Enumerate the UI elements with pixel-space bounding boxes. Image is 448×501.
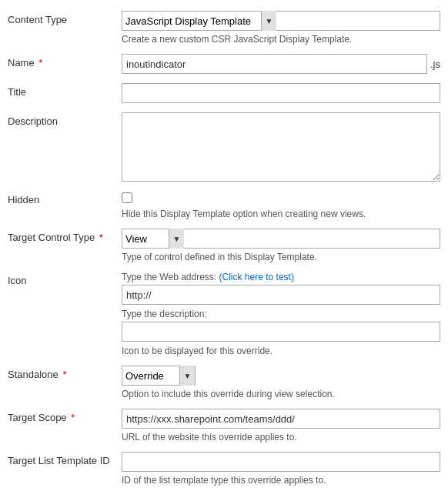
standalone-select[interactable]: Override Standalone Both: [122, 366, 179, 385]
standalone-select-wrapper[interactable]: Override Standalone Both ▼: [122, 366, 196, 386]
standalone-required: *: [62, 369, 66, 380]
target-list-template-id-row: Target List Template ID ID of the list t…: [8, 447, 440, 490]
icon-label: Icon: [8, 272, 122, 286]
description-row: Description: [8, 108, 440, 186]
content-type-dropdown-icon: ▼: [261, 11, 276, 31]
title-input[interactable]: [122, 83, 440, 103]
content-type-label: Content Type: [8, 11, 122, 25]
target-scope-label: Target Scope *: [8, 409, 122, 423]
hidden-field: Hide this Display Template option when c…: [122, 191, 440, 219]
target-control-type-label: Target Control Type *: [8, 229, 122, 243]
standalone-label: Standalone *: [8, 366, 122, 380]
title-label: Title: [8, 83, 122, 98]
hidden-label: Hidden: [8, 191, 122, 205]
icon-row: Icon Type the Web address: (Click here t…: [8, 267, 440, 361]
standalone-dropdown-icon: ▼: [179, 366, 195, 386]
target-control-type-hint: Type of control defined in this Display …: [122, 252, 440, 262]
description-label: Description: [8, 112, 122, 127]
content-type-row: Content Type JavaScript Display Template…: [8, 6, 440, 49]
content-type-field: JavaScript Display Template Other ▼ Crea…: [122, 11, 440, 45]
description-textarea[interactable]: [122, 112, 440, 182]
target-list-template-id-label: Target List Template ID: [8, 452, 122, 466]
standalone-field: Override Standalone Both ▼ Option to inc…: [122, 366, 440, 399]
name-required: *: [38, 57, 42, 68]
name-input-row: .js: [122, 54, 440, 74]
name-field: .js: [122, 54, 440, 74]
content-type-select-wrapper[interactable]: JavaScript Display Template Other ▼: [122, 11, 440, 31]
content-type-hint: Create a new custom CSR JavaScript Displ…: [122, 34, 440, 45]
description-field: [122, 112, 440, 182]
title-row: Title: [8, 78, 440, 108]
target-scope-hint: URL of the website this override applies…: [122, 432, 440, 443]
target-control-type-select-wrapper[interactable]: View Item Header Group Footer ▼: [122, 229, 440, 249]
hidden-hint: Hide this Display Template option when c…: [122, 209, 440, 219]
name-row: Name * .js: [8, 49, 440, 78]
name-suffix: .js: [430, 58, 440, 70]
target-list-template-id-hint: ID of the list template type this overri…: [122, 475, 440, 486]
target-scope-input[interactable]: [122, 409, 440, 429]
target-control-type-dropdown-icon: ▼: [169, 229, 184, 249]
target-list-template-id-input[interactable]: [122, 452, 440, 472]
standalone-hint: Option to include this override during v…: [122, 389, 440, 399]
hidden-checkbox-wrapper: [122, 191, 440, 205]
name-input[interactable]: [122, 54, 427, 74]
target-scope-row: Target Scope * URL of the website this o…: [8, 404, 440, 447]
icon-click-here-link[interactable]: (Click here to test): [219, 272, 294, 282]
hidden-row: Hidden Hide this Display Template option…: [8, 186, 440, 224]
target-scope-field: URL of the website this override applies…: [122, 409, 440, 443]
icon-link-row: Type the Web address: (Click here to tes…: [122, 272, 440, 282]
title-field: [122, 83, 440, 103]
target-control-type-field: View Item Header Group Footer ▼ Type of …: [122, 229, 440, 262]
icon-desc-input[interactable]: [122, 322, 440, 342]
name-label: Name *: [8, 54, 122, 68]
icon-desc-label: Type the description:: [122, 309, 440, 319]
icon-url-input[interactable]: [122, 285, 440, 305]
content-type-select[interactable]: JavaScript Display Template Other: [122, 12, 261, 30]
target-list-template-id-field: ID of the list template type this overri…: [122, 452, 440, 486]
standalone-select-row: Override Standalone Both ▼: [122, 366, 440, 386]
target-control-type-row: Target Control Type * View Item Header G…: [8, 224, 440, 267]
target-scope-required: *: [71, 412, 75, 423]
target-control-type-required: *: [99, 232, 103, 243]
icon-field: Type the Web address: (Click here to tes…: [122, 272, 440, 356]
standalone-row: Standalone * Override Standalone Both ▼ …: [8, 361, 440, 404]
target-control-type-select[interactable]: View Item Header Group Footer: [122, 229, 169, 248]
icon-hint: Icon to be displayed for this override.: [122, 346, 440, 356]
hidden-checkbox[interactable]: [122, 192, 132, 203]
